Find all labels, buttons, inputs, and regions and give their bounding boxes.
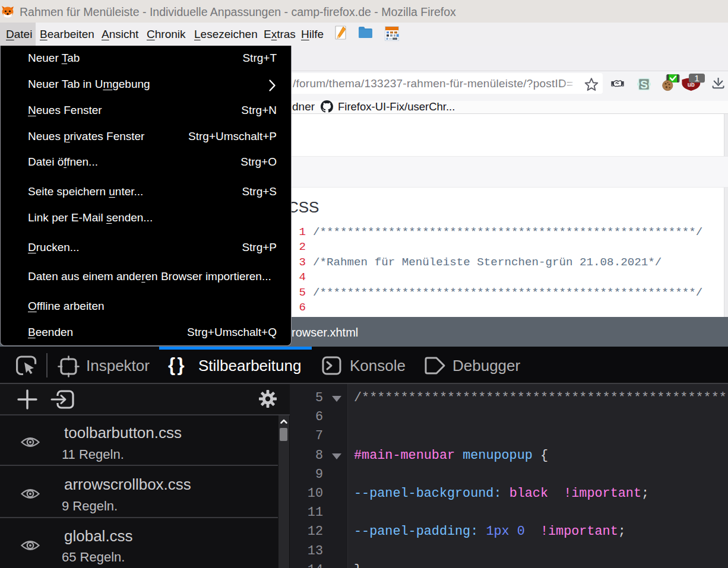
svg-text:1: 1: [694, 73, 699, 83]
svg-text:S: S: [640, 78, 648, 91]
